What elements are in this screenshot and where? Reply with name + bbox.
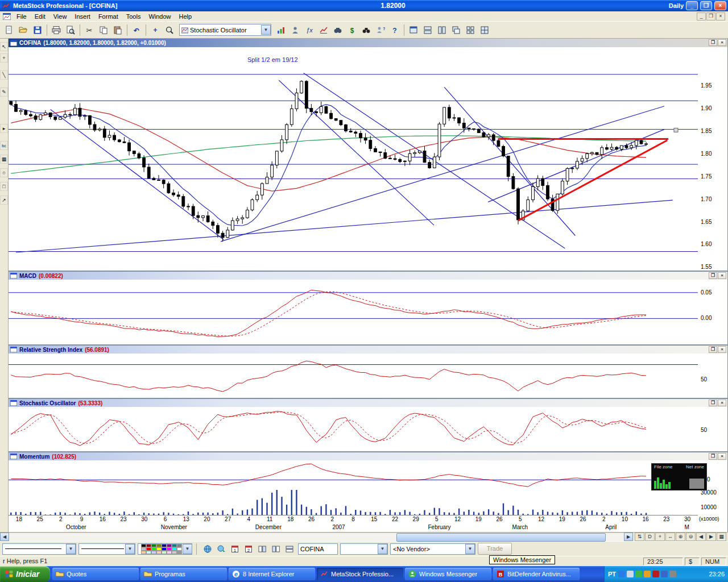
chart-nav-button-2[interactable]: + [655, 533, 665, 541]
cut-icon[interactable]: ✂ [82, 23, 96, 37]
color-swatch[interactable] [146, 551, 151, 554]
binoculars-icon[interactable] [359, 23, 373, 37]
color-picker-dropdown[interactable]: ▼ [138, 543, 192, 555]
color-swatch[interactable] [156, 551, 162, 554]
panel-restore-button[interactable]: ❐ [709, 272, 717, 279]
rsi-plot[interactable] [9, 354, 698, 398]
panel-close-button[interactable]: × [718, 346, 726, 353]
tester-icon[interactable] [317, 23, 330, 37]
panel-restore-button[interactable]: ❐ [709, 346, 717, 353]
menu-tools[interactable]: Tools [122, 12, 145, 21]
color-swatch[interactable] [177, 551, 182, 554]
taskbar-task-0[interactable]: Quotes [52, 568, 139, 580]
color-swatch[interactable] [141, 551, 146, 554]
panel-close-button[interactable]: × [718, 400, 726, 406]
vendor-dropdown[interactable]: <No Vendor> ▼ [390, 543, 475, 555]
taskbar-task-3[interactable]: MetaStock Professio... [317, 568, 403, 580]
tile-two-icon[interactable] [269, 543, 282, 555]
period-2-icon[interactable]: 2 [242, 543, 255, 555]
usb-icon[interactable] [669, 571, 676, 577]
color-swatch[interactable] [172, 551, 177, 554]
speaker-icon[interactable] [627, 571, 634, 577]
taskbar-task-1[interactable]: Programas [140, 568, 227, 580]
symbol-input[interactable] [298, 543, 338, 555]
expand-button[interactable]: ▸ [0, 124, 8, 133]
shield-icon[interactable] [644, 571, 651, 577]
chart-nav-button-4[interactable]: ⊕ [676, 533, 685, 541]
scrollbar-track[interactable] [9, 533, 624, 541]
chart-nav-button-1[interactable]: D [645, 533, 655, 541]
chart-nav-button-6[interactable]: ◀ [696, 533, 706, 541]
tray-clock[interactable]: 23:26 [709, 571, 725, 577]
pan-icon[interactable]: + [148, 23, 162, 37]
chart-nav-button-5[interactable]: ⊖ [686, 533, 696, 541]
wth-icon[interactable] [421, 23, 435, 37]
dollar-icon[interactable]: $ [345, 23, 359, 37]
menu-view[interactable]: View [49, 12, 71, 21]
panel-close-button[interactable]: × [718, 39, 726, 46]
period-1-icon[interactable]: 1 [228, 543, 241, 555]
minimize-button[interactable]: _ [686, 1, 698, 10]
menu-file[interactable]: File [13, 12, 31, 21]
line-weight-dropdown[interactable]: ▼ [2, 543, 76, 555]
fx-icon[interactable]: ƒx [303, 23, 316, 37]
messenger-tray-icon[interactable] [635, 571, 642, 577]
help-icon[interactable]: ? [388, 23, 402, 37]
ellipse-tool[interactable]: ○ [0, 168, 8, 177]
network-icon[interactable] [661, 571, 668, 577]
language-indicator[interactable]: PT [608, 571, 616, 577]
symbol-tool[interactable]: bc [0, 141, 8, 150]
taskbar-task-5[interactable]: B BitDefender Antivirus... [493, 568, 580, 580]
symbol-list-dropdown[interactable]: ▼ [340, 543, 388, 555]
momentum-panel-header[interactable]: Momentum (102.825) ❐ × [9, 452, 727, 460]
wnew-icon[interactable] [407, 23, 420, 37]
chevron-down-icon[interactable]: ▼ [125, 544, 135, 554]
online-quotes-icon[interactable] [201, 543, 214, 555]
line-style-dropdown[interactable]: ▼ [78, 543, 135, 555]
grid-tool[interactable]: ▦ [0, 155, 8, 164]
color-swatch[interactable] [151, 551, 156, 554]
chevron-down-icon[interactable]: ▼ [465, 544, 475, 554]
indicator-quicklist-dropdown[interactable]: Stochastic Oscillator ▼ [179, 24, 271, 36]
price-plot[interactable]: Split 1/2 em 19/12 [9, 47, 698, 271]
chart-nav-button-3[interactable]: ↔ [665, 533, 675, 541]
preview-icon[interactable] [64, 23, 77, 37]
menu-format[interactable]: Format [94, 12, 122, 21]
menu-help[interactable]: Help [175, 12, 196, 21]
rsi-panel-header[interactable]: Relative Strength Index (56.0891) ❐ × [9, 346, 727, 354]
panel-restore-button[interactable]: ❐ [709, 39, 717, 46]
profile-icon[interactable] [288, 23, 302, 37]
trendline-tool[interactable]: ╲ [0, 70, 8, 80]
print-icon[interactable] [49, 23, 63, 37]
downloader-icon[interactable] [214, 543, 228, 555]
color-swatch[interactable] [167, 551, 172, 554]
tile-one-icon[interactable] [255, 543, 268, 555]
child-minimize-button[interactable]: _ [697, 13, 706, 20]
tile-three-icon[interactable] [283, 543, 296, 555]
wcas-icon[interactable] [449, 23, 463, 37]
antivirus-icon[interactable] [652, 571, 659, 577]
scroll-right-arrow[interactable]: ▶ [624, 533, 633, 541]
price-panel-header[interactable]: COFINA (1.80000, 1.82000, 1.80000, 1.820… [9, 39, 727, 47]
momentum-plot[interactable] [9, 460, 698, 490]
rectangle-tool[interactable]: □ [0, 182, 8, 191]
panel-restore-button[interactable]: ❐ [709, 453, 717, 460]
chart-nav-button-8[interactable]: ▦ [717, 533, 726, 541]
volume-plot[interactable] [9, 490, 698, 515]
quotes-icon[interactable] [274, 23, 288, 37]
panel-close-button[interactable]: × [718, 453, 726, 460]
ie-tray-icon[interactable] [618, 571, 625, 577]
menu-edit[interactable]: Edit [31, 12, 49, 21]
stochastic-panel-header[interactable]: Stochastic Oscillator (53.3333) ❐ × [9, 399, 727, 407]
chevron-down-icon[interactable]: ▼ [66, 544, 76, 554]
explorer-icon[interactable] [331, 23, 345, 37]
child-restore-button[interactable]: ❐ [706, 13, 715, 20]
wgrid-icon[interactable] [478, 23, 491, 37]
scroll-left-arrow[interactable]: ◀ [0, 533, 9, 541]
macd-panel-header[interactable]: MACD (0.00822) ❐ × [9, 272, 727, 280]
chevron-down-icon[interactable]: ▼ [261, 25, 271, 35]
undo-icon[interactable]: ↶ [130, 23, 143, 37]
paste-icon[interactable] [111, 23, 125, 37]
copy-icon[interactable] [97, 23, 110, 37]
expert-icon[interactable]: ? [374, 23, 387, 37]
